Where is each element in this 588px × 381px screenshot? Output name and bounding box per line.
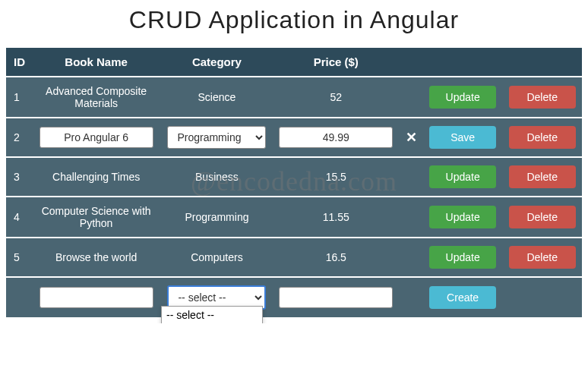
cell-extra (400, 157, 423, 197)
header-name: Book Name (31, 48, 161, 77)
cell-category: Programming (161, 197, 273, 238)
header-price: Price ($) (273, 48, 400, 77)
cell-id-empty (6, 277, 31, 317)
delete-button[interactable]: Delete (509, 246, 576, 269)
edit-name-input[interactable] (40, 127, 153, 148)
cell-extra (400, 197, 423, 238)
header-blank-2 (423, 48, 503, 77)
new-price-input[interactable] (279, 287, 393, 308)
save-button[interactable]: Save (429, 126, 496, 149)
crud-table: ID Book Name Category Price ($) 1 Advanc… (6, 48, 582, 317)
update-button[interactable]: Update (429, 206, 496, 228)
cell-category: Science (161, 77, 273, 118)
cell-extra (400, 238, 423, 277)
update-button[interactable]: Update (429, 246, 496, 269)
cell-price: 16.5 (273, 238, 400, 277)
delete-button[interactable]: Delete (509, 165, 576, 188)
header-category: Category (161, 48, 273, 77)
delete-button[interactable]: Delete (509, 86, 576, 109)
close-icon[interactable]: ✕ (406, 130, 417, 145)
cell-id: 3 (6, 157, 31, 197)
create-button[interactable]: Create (429, 286, 496, 309)
header-blank-3 (502, 48, 582, 77)
cell-price: 52 (273, 77, 400, 118)
delete-button[interactable]: Delete (509, 126, 576, 149)
new-name-input[interactable] (40, 287, 153, 308)
cell-name: Advanced Composite Materials (31, 77, 161, 118)
table-row: 1 Advanced Composite Materials Science 5… (6, 77, 582, 118)
table-row: 4 Computer Science with Python Programmi… (6, 197, 582, 238)
header-blank-1 (400, 48, 423, 77)
cell-price: 11.55 (273, 197, 400, 238)
cell-name: Browse the world (31, 238, 161, 277)
cell-price: 15.5 (273, 157, 400, 197)
category-dropdown-list[interactable]: -- select -- Business Computers Programm… (161, 306, 263, 323)
table-row: 5 Browse the world Computers 16.5 Update… (6, 238, 582, 277)
update-button[interactable]: Update (429, 165, 496, 188)
cell-blank (502, 277, 582, 317)
cell-extra (400, 77, 423, 118)
delete-button[interactable]: Delete (509, 206, 576, 228)
header-id: ID (6, 48, 31, 77)
cell-id: 2 (6, 118, 31, 157)
cell-category: Computers (161, 238, 273, 277)
cell-name: Challenging Times (31, 157, 161, 197)
table-row-editing: 2 Programming ✕ Save Delete (6, 118, 582, 157)
cell-category: Business (161, 157, 273, 197)
table-row-new: -- select -- Create (6, 277, 582, 317)
update-button[interactable]: Update (429, 86, 496, 109)
table-row: 3 Challenging Times Business 15.5 Update… (6, 157, 582, 197)
cell-name: Computer Science with Python (31, 197, 161, 238)
edit-category-select[interactable]: Programming (167, 126, 266, 149)
cell-id: 1 (6, 77, 31, 118)
page-title: CRUD Application in Angular (6, 6, 582, 34)
dropdown-option-placeholder[interactable]: -- select -- (162, 307, 262, 323)
cell-id: 4 (6, 197, 31, 238)
cell-extra (400, 277, 423, 317)
cell-id: 5 (6, 238, 31, 277)
edit-price-input[interactable] (279, 127, 393, 148)
